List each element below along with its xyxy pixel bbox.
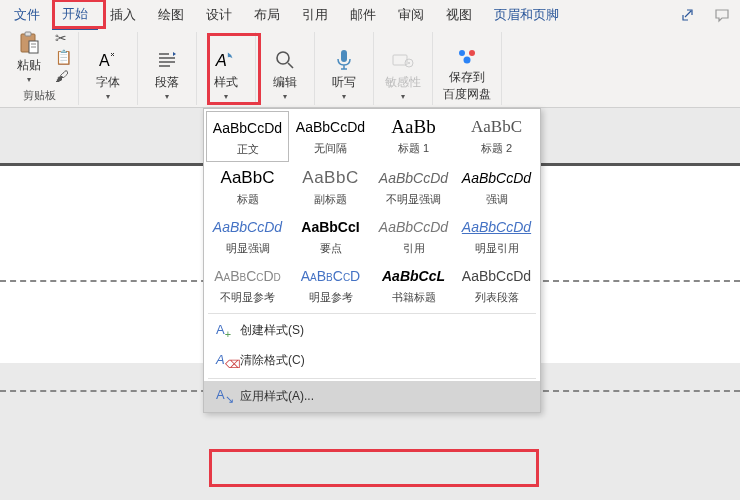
cut-icon[interactable]: ✂ xyxy=(55,30,72,46)
font-button[interactable]: A 字体 ▾ xyxy=(85,45,131,103)
clear-formatting-icon: A⌫ xyxy=(216,352,232,371)
svg-text:A: A xyxy=(99,52,110,69)
ribbon-group-paragraph: 段落 ▾ xyxy=(138,32,197,105)
style-label: 要点 xyxy=(291,241,370,256)
style-preview: AaBbC xyxy=(291,168,370,188)
create-style-menu-item[interactable]: A+ 创建样式(S) xyxy=(204,316,540,346)
dropdown-arrow-icon: ▾ xyxy=(106,92,110,101)
dropdown-arrow-icon: ▾ xyxy=(27,75,31,84)
style-gallery-item[interactable]: AaBbCcDd不明显强调 xyxy=(372,162,455,211)
ribbon-group-dictate: 听写 ▾ xyxy=(315,32,374,105)
style-preview: AaBbCcDd xyxy=(209,118,286,138)
menu-bar: 文件 开始 插入 绘图 设计 布局 引用 邮件 审阅 视图 页眉和页脚 xyxy=(0,0,740,30)
comments-icon[interactable] xyxy=(708,4,736,26)
ribbon: 粘贴 ▾ ✂ 📋 🖌 剪贴板 A 字体 ▾ 段落 ▾ xyxy=(0,30,740,108)
style-preview: AaBbCcD xyxy=(291,266,370,286)
style-gallery-item[interactable]: AaBbC副标题 xyxy=(289,162,372,211)
style-gallery-item[interactable]: AaBbCcD明显参考 xyxy=(289,260,372,309)
style-gallery-item[interactable]: AaBbCcDd无间隔 xyxy=(289,111,372,162)
share-icon[interactable] xyxy=(674,4,702,26)
format-painter-icon[interactable]: 🖌 xyxy=(55,68,72,84)
style-label: 明显引用 xyxy=(457,241,536,256)
paste-label: 粘贴 xyxy=(17,57,41,74)
copy-icon[interactable]: 📋 xyxy=(55,49,72,65)
menu-header-footer[interactable]: 页眉和页脚 xyxy=(484,2,569,28)
paragraph-label: 段落 xyxy=(155,74,179,91)
paragraph-button[interactable]: 段落 ▾ xyxy=(144,45,190,103)
font-label: 字体 xyxy=(96,74,120,91)
baidu-pan-icon xyxy=(455,45,479,67)
styles-label: 样式 xyxy=(214,74,238,91)
dropdown-arrow-icon: ▾ xyxy=(224,92,228,101)
menu-mailings[interactable]: 邮件 xyxy=(340,2,386,28)
paste-button[interactable]: 粘贴 ▾ xyxy=(6,28,52,86)
menu-layout[interactable]: 布局 xyxy=(244,2,290,28)
menu-references[interactable]: 引用 xyxy=(292,2,338,28)
style-gallery-item[interactable]: AaBbCcDd强调 xyxy=(455,162,538,211)
style-label: 强调 xyxy=(457,192,536,207)
save-baidu-label-1: 保存到 xyxy=(449,69,485,86)
svg-text:A: A xyxy=(215,50,227,69)
save-baidu-button[interactable]: 保存到 百度网盘 xyxy=(439,45,495,103)
style-gallery-item[interactable]: AaBbC标题 xyxy=(206,162,289,211)
menu-insert[interactable]: 插入 xyxy=(100,2,146,28)
editing-button[interactable]: 编辑 ▾ xyxy=(262,45,308,103)
style-preview: AaBb xyxy=(374,117,453,137)
dropdown-arrow-icon: ▾ xyxy=(342,92,346,101)
styles-icon: A xyxy=(214,48,238,72)
paragraph-icon xyxy=(155,48,179,72)
style-label: 副标题 xyxy=(291,192,370,207)
style-gallery-item[interactable]: AaBbCcDd不明显参考 xyxy=(206,260,289,309)
menu-home[interactable]: 开始 xyxy=(52,1,98,30)
ribbon-group-sensitivity: 敏感性 ▾ xyxy=(374,32,433,105)
menu-file[interactable]: 文件 xyxy=(4,2,50,28)
menu-view[interactable]: 视图 xyxy=(436,2,482,28)
style-gallery-item[interactable]: AaBbCcL书籍标题 xyxy=(372,260,455,309)
dictate-button[interactable]: 听写 ▾ xyxy=(321,45,367,103)
style-gallery-item[interactable]: AaBbCcDd列表段落 xyxy=(455,260,538,309)
divider xyxy=(208,378,536,379)
style-preview: AaBbCcL xyxy=(374,266,453,286)
style-gallery-item[interactable]: AaBbCcDd明显强调 xyxy=(206,211,289,260)
styles-button[interactable]: A 样式 ▾ xyxy=(203,45,249,103)
dropdown-arrow-icon: ▾ xyxy=(165,92,169,101)
clipboard-side-icons: ✂ 📋 🖌 xyxy=(55,30,72,84)
apply-styles-icon: A↘ xyxy=(216,387,232,406)
clipboard-group-label: 剪贴板 xyxy=(23,88,56,103)
create-style-label: 创建样式(S) xyxy=(240,322,304,339)
style-label: 标题 2 xyxy=(457,141,536,156)
style-label: 不明显强调 xyxy=(374,192,453,207)
styles-gallery-grid: AaBbCcDd正文AaBbCcDd无间隔AaBb标题 1AaBbC标题 2Aa… xyxy=(204,109,540,311)
ribbon-group-baidu: 保存到 百度网盘 xyxy=(433,32,502,105)
sensitivity-button: 敏感性 ▾ xyxy=(380,45,426,103)
style-gallery-item[interactable]: AaBbCcI要点 xyxy=(289,211,372,260)
ribbon-group-editing: 编辑 ▾ xyxy=(256,32,315,105)
apply-styles-menu-item[interactable]: A↘ 应用样式(A)... xyxy=(204,381,540,412)
style-preview: AaBbCcDd xyxy=(291,117,370,137)
sensitivity-icon xyxy=(391,48,415,72)
style-gallery-item[interactable]: AaBbCcDd引用 xyxy=(372,211,455,260)
style-label: 标题 1 xyxy=(374,141,453,156)
menu-draw[interactable]: 绘图 xyxy=(148,2,194,28)
paste-icon xyxy=(17,31,41,55)
menu-design[interactable]: 设计 xyxy=(196,2,242,28)
style-gallery-item[interactable]: AaBbCcDd明显引用 xyxy=(455,211,538,260)
dropdown-arrow-icon: ▾ xyxy=(283,92,287,101)
style-preview: AaBbCcDd xyxy=(457,217,536,237)
menu-review[interactable]: 审阅 xyxy=(388,2,434,28)
style-label: 明显参考 xyxy=(291,290,370,305)
search-icon xyxy=(273,48,297,72)
style-preview: AaBbCcDd xyxy=(374,217,453,237)
styles-dropdown-panel: AaBbCcDd正文AaBbCcDd无间隔AaBb标题 1AaBbC标题 2Aa… xyxy=(203,108,541,413)
style-label: 列表段落 xyxy=(457,290,536,305)
divider xyxy=(208,313,536,314)
style-label: 引用 xyxy=(374,241,453,256)
apply-styles-label: 应用样式(A)... xyxy=(240,388,314,405)
clear-formatting-label: 清除格式(C) xyxy=(240,352,305,369)
style-gallery-item[interactable]: AaBb标题 1 xyxy=(372,111,455,162)
svg-line-12 xyxy=(288,63,293,68)
svg-point-19 xyxy=(469,50,475,56)
style-gallery-item[interactable]: AaBbCcDd正文 xyxy=(206,111,289,162)
clear-formatting-menu-item[interactable]: A⌫ 清除格式(C) xyxy=(204,346,540,377)
style-gallery-item[interactable]: AaBbC标题 2 xyxy=(455,111,538,162)
